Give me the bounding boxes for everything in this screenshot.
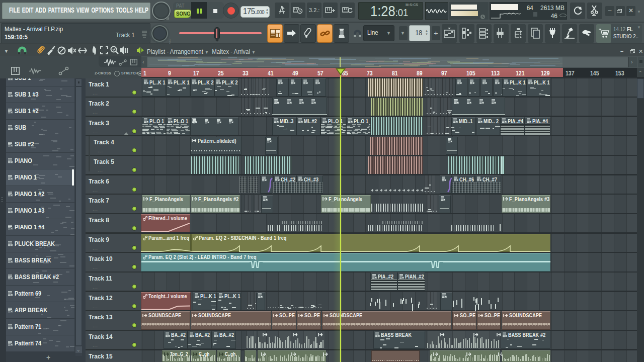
svg-text:3.2.:: 3.2.: bbox=[309, 7, 319, 13]
